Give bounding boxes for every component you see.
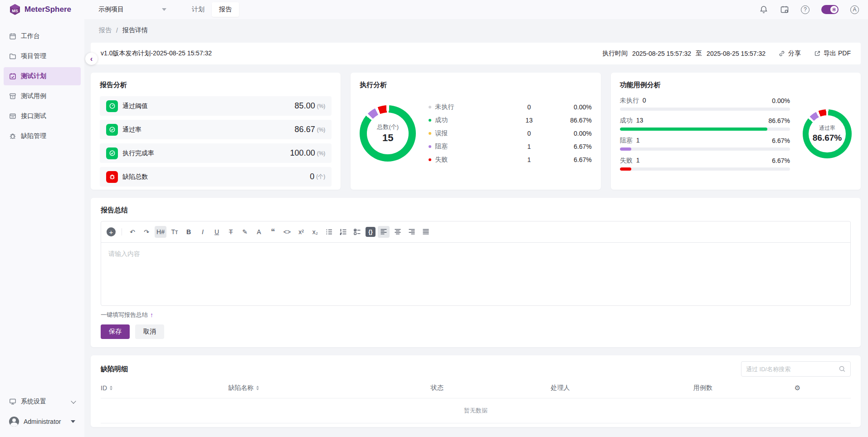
table-empty-state: 暂无数据 <box>101 398 851 423</box>
chevron-down-icon <box>162 8 166 11</box>
help-icon[interactable]: ? <box>801 5 809 14</box>
metric-row: 通过率 86.67 (%) <box>100 120 332 139</box>
metric-label: 缺陷总数 <box>122 173 148 181</box>
align-justify-icon[interactable] <box>420 226 432 238</box>
metric-row: 缺陷总数 0 (个) <box>100 167 332 187</box>
blockquote-icon[interactable]: “ <box>267 226 279 238</box>
sort-icon[interactable] <box>256 386 259 390</box>
tab-report[interactable]: 报告 <box>212 2 239 17</box>
metric-unit: (%) <box>317 103 326 109</box>
sidebar-item-project-management[interactable]: 项目管理 <box>4 47 81 65</box>
report-header: v1.0版本发布计划-2025-08-25 15:57:32 执行时间 2025… <box>91 43 861 64</box>
theme-toggle[interactable]: ✻ <box>821 5 839 14</box>
legend-dot <box>429 158 431 161</box>
strikethrough-icon[interactable]: T <box>229 228 233 236</box>
breadcrumb-root[interactable]: 报告 <box>99 26 112 34</box>
sidebar-item-system-settings[interactable]: 系统设置 <box>4 393 81 411</box>
search-input[interactable] <box>746 366 839 373</box>
search-icon[interactable] <box>839 365 846 373</box>
column-header-case-count: 用例数 <box>693 384 791 392</box>
align-left-icon[interactable] <box>378 226 390 238</box>
sidebar-item-workbench[interactable]: 工作台 <box>4 27 81 45</box>
donut-center-label: 总数(个) <box>377 123 399 131</box>
user-menu[interactable]: Administrator <box>4 412 81 431</box>
legend-dot <box>429 106 431 108</box>
bell-icon[interactable] <box>759 5 768 14</box>
column-header-defect-name[interactable]: 缺陷名称 <box>228 384 431 392</box>
italic-icon[interactable]: I <box>197 226 209 238</box>
highlight-icon[interactable]: ✎ <box>239 226 251 238</box>
chevron-down-icon <box>71 420 75 423</box>
pass-rate-donut-chart: 通过率 86.67% <box>803 109 852 158</box>
ai-fill-label: 一键填写报告总结 <box>101 311 148 319</box>
check-circle-icon <box>106 124 118 136</box>
underline-icon[interactable]: U <box>215 228 219 236</box>
inline-code-icon[interactable]: <> <box>281 226 293 238</box>
legend-row: 成功 13 86.67% <box>429 113 591 127</box>
add-block-icon[interactable]: + <box>107 227 116 236</box>
execution-donut-chart: 总数(个) 15 <box>360 105 416 162</box>
column-settings-gear-icon[interactable]: ⚙ <box>795 384 800 392</box>
share-button[interactable]: 分享 <box>778 49 801 58</box>
export-pdf-button[interactable]: 导出 PDF <box>814 49 851 58</box>
metric-value: 0 <box>310 172 314 182</box>
column-header-id[interactable]: ID <box>101 384 228 392</box>
sidebar-item-test-case[interactable]: 测试用例 <box>4 87 81 105</box>
save-button[interactable]: 保存 <box>101 324 130 339</box>
heading-icon[interactable]: H# <box>155 226 166 238</box>
system-settings-icon <box>9 398 16 405</box>
sort-icon[interactable] <box>110 386 112 390</box>
defect-table-header: ID 缺陷名称 状态 处理人 用例数 ⚙ <box>101 378 851 398</box>
align-center-icon[interactable] <box>392 226 404 238</box>
task-calendar-icon[interactable] <box>780 5 789 14</box>
folder-icon <box>9 53 16 60</box>
sidebar-item-label: 工作台 <box>21 32 40 40</box>
sidebar-item-api-test[interactable]: 接口测试 <box>4 107 81 125</box>
superscript-icon[interactable]: x² <box>295 226 307 238</box>
undo-icon[interactable]: ↶ <box>127 226 138 238</box>
bar-label: 阻塞 <box>620 137 633 144</box>
cancel-button[interactable]: 取消 <box>135 324 164 339</box>
legend-row: 误报 0 0.00% <box>429 127 591 140</box>
toolbar-divider <box>122 228 122 236</box>
back-button[interactable]: ‹ <box>85 53 98 65</box>
exec-range-separator: 至 <box>696 49 702 58</box>
tab-plan[interactable]: 计划 <box>185 2 212 17</box>
donut-center-label: 通过率 <box>819 124 835 132</box>
sidebar-item-defect-management[interactable]: 缺陷管理 <box>4 127 81 145</box>
column-label: 状态 <box>431 384 444 392</box>
align-right-icon[interactable] <box>406 226 418 238</box>
column-label: ID <box>101 384 107 392</box>
ai-fill-summary-link[interactable]: 一键填写报告总结 ↑ <box>101 311 851 319</box>
bar-count: 13 <box>636 117 644 124</box>
bar-count: 1 <box>636 137 640 144</box>
task-list-icon[interactable] <box>351 226 363 238</box>
sidebar-item-test-plan[interactable]: 测试计划 <box>4 67 81 85</box>
metersphere-logo-icon: MS <box>9 4 21 15</box>
redo-icon[interactable]: ↷ <box>141 226 152 238</box>
legend-label: 失败 <box>435 156 448 164</box>
bullet-list-icon[interactable] <box>323 226 335 238</box>
metric-label: 执行完成率 <box>122 149 154 157</box>
exec-time-label: 执行时间 <box>602 49 628 58</box>
translate-icon[interactable]: A <box>850 5 859 14</box>
subscript-icon[interactable]: x₂ <box>309 226 321 238</box>
topbar: MS MeterSphere 示例项目 计划 报告 ? ✻ A <box>0 0 868 19</box>
test-plan-icon <box>9 73 16 80</box>
bar-track <box>620 128 790 131</box>
ordered-list-icon[interactable] <box>337 226 349 238</box>
font-size-icon[interactable]: Tт <box>169 226 180 238</box>
execution-analysis-body: 总数(个) 15 未执行 0 0.00% 成功 13 8 <box>360 100 591 166</box>
legend-count: 1 <box>517 143 542 150</box>
sidebar: 工作台 项目管理 测试计划 测试用例 接口测试 缺陷管理 系统设置 <box>0 19 84 437</box>
font-color-icon[interactable]: A <box>253 226 265 238</box>
report-analysis-rows: 通过阈值 85.00 (%) 通过率 86.67 (%) <box>100 96 332 187</box>
legend-label: 成功 <box>435 116 448 124</box>
metric-unit: (个) <box>316 173 325 181</box>
editor-content-area[interactable]: 请输入内容 <box>101 243 850 305</box>
code-block-icon[interactable]: {} <box>366 227 375 237</box>
export-label: 导出 PDF <box>824 49 851 58</box>
exec-end-time: 2025-08-25 15:57:32 <box>707 50 766 57</box>
project-selector[interactable]: 示例项目 <box>98 5 166 14</box>
bold-icon[interactable]: B <box>183 226 195 238</box>
